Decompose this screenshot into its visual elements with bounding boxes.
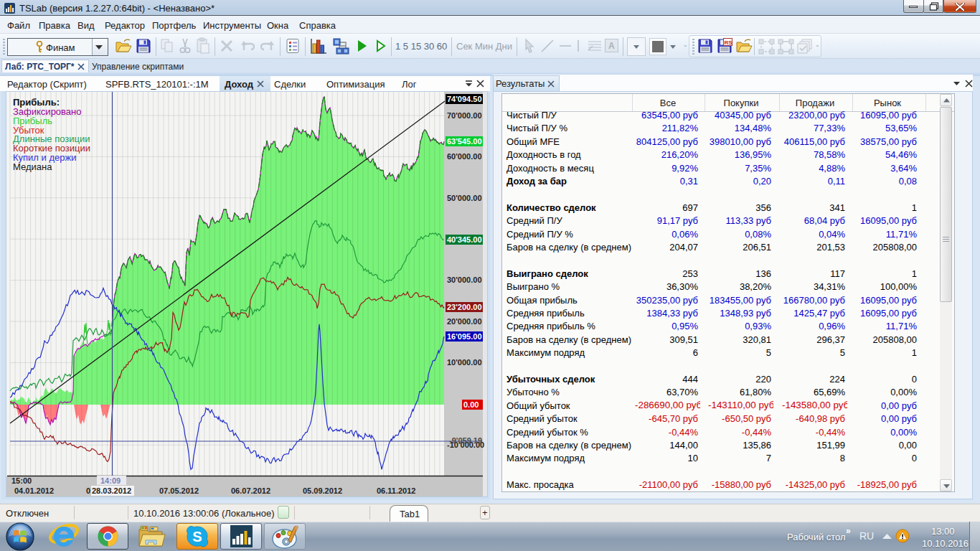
svg-text:S: S <box>192 529 202 545</box>
